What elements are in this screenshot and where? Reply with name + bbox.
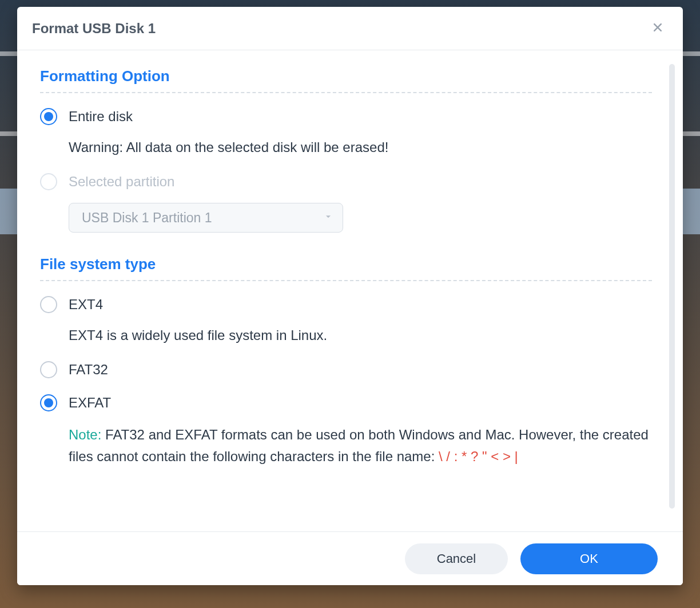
section-title-formatting: Formatting Option bbox=[40, 67, 652, 85]
dialog-header: Format USB Disk 1 bbox=[17, 7, 683, 50]
dialog-content: Formatting Option Entire disk Warning: A… bbox=[17, 50, 683, 531]
note-label: Note: bbox=[69, 427, 101, 442]
radio-ext4[interactable] bbox=[40, 296, 57, 313]
section-title-filesystem: File system type bbox=[40, 255, 652, 273]
dialog-footer: Cancel OK bbox=[17, 531, 683, 585]
radio-fat32[interactable] bbox=[40, 361, 57, 378]
option-exfat[interactable]: EXFAT bbox=[40, 394, 652, 411]
option-label-selected-partition: Selected partition bbox=[69, 173, 174, 190]
close-icon bbox=[652, 22, 663, 35]
dialog-title: Format USB Disk 1 bbox=[32, 21, 156, 37]
chevron-down-icon bbox=[324, 213, 332, 223]
entire-disk-warning: Warning: All data on the selected disk w… bbox=[69, 138, 652, 157]
option-label-ext4: EXT4 bbox=[69, 296, 103, 313]
radio-entire-disk[interactable] bbox=[40, 108, 57, 125]
format-dialog: Format USB Disk 1 Formatting Option Enti… bbox=[17, 7, 683, 585]
ext4-description: EXT4 is a widely used file system in Lin… bbox=[69, 326, 652, 345]
option-ext4[interactable]: EXT4 bbox=[40, 296, 652, 313]
section-divider bbox=[40, 92, 652, 93]
option-label-fat32: FAT32 bbox=[69, 361, 108, 378]
note-body: FAT32 and EXFAT formats can be used on b… bbox=[69, 427, 649, 464]
option-fat32[interactable]: FAT32 bbox=[40, 361, 652, 378]
option-entire-disk[interactable]: Entire disk bbox=[40, 108, 652, 125]
partition-dropdown-value: USB Disk 1 Partition 1 bbox=[82, 210, 212, 226]
close-button[interactable] bbox=[647, 18, 668, 39]
dialog-body: Formatting Option Entire disk Warning: A… bbox=[17, 50, 683, 531]
option-label-exfat: EXFAT bbox=[69, 394, 111, 411]
radio-selected-partition bbox=[40, 173, 57, 190]
partition-dropdown: USB Disk 1 Partition 1 bbox=[69, 203, 343, 233]
radio-exfat[interactable] bbox=[40, 394, 57, 411]
option-label-entire-disk: Entire disk bbox=[69, 108, 133, 125]
note-chars: \ / : * ? " < > | bbox=[439, 449, 518, 464]
ok-button[interactable]: OK bbox=[520, 543, 658, 574]
scrollbar[interactable] bbox=[669, 64, 675, 509]
section-divider bbox=[40, 280, 652, 281]
fat-note: Note: FAT32 and EXFAT formats can be use… bbox=[69, 424, 652, 467]
cancel-button[interactable]: Cancel bbox=[405, 543, 508, 574]
option-selected-partition: Selected partition bbox=[40, 173, 652, 190]
